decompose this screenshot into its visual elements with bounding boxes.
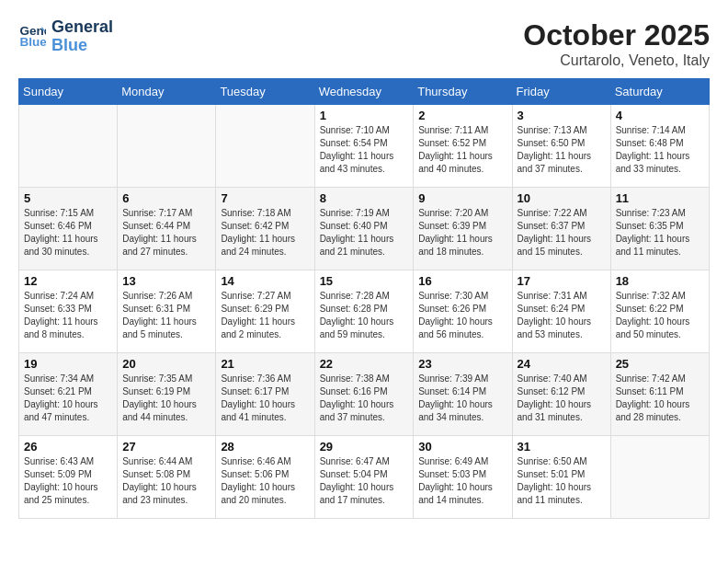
day-number: 29 [320, 440, 409, 454]
day-number: 20 [122, 357, 210, 371]
day-number: 11 [616, 191, 704, 205]
calendar-day-14: 14Sunrise: 7:27 AMSunset: 6:29 PMDayligh… [216, 270, 314, 353]
day-info: Sunrise: 7:28 AMSunset: 6:28 PMDaylight:… [320, 290, 409, 341]
calendar-day-24: 24Sunrise: 7:40 AMSunset: 6:12 PMDayligh… [512, 353, 610, 436]
calendar-day-25: 25Sunrise: 7:42 AMSunset: 6:11 PMDayligh… [610, 353, 709, 436]
day-info: Sunrise: 7:18 AMSunset: 6:42 PMDaylight:… [221, 207, 309, 259]
day-number: 14 [221, 274, 309, 288]
weekday-header-tuesday: Tuesday [216, 79, 314, 105]
weekday-header-thursday: Thursday [414, 79, 512, 105]
day-number: 25 [616, 357, 704, 371]
title-section: October 2025 Curtarolo, Veneto, Italy [523, 18, 710, 69]
calendar-day-12: 12Sunrise: 7:24 AMSunset: 6:33 PMDayligh… [19, 270, 118, 353]
calendar-day-7: 7Sunrise: 7:18 AMSunset: 6:42 PMDaylight… [216, 188, 314, 270]
day-number: 27 [122, 440, 210, 454]
calendar-week-row: 5Sunrise: 7:15 AMSunset: 6:46 PMDaylight… [19, 188, 710, 270]
weekday-header-row: SundayMondayTuesdayWednesdayThursdayFrid… [19, 79, 710, 105]
calendar-day-18: 18Sunrise: 7:32 AMSunset: 6:22 PMDayligh… [610, 270, 709, 353]
day-info: Sunrise: 7:13 AMSunset: 6:50 PMDaylight:… [518, 124, 606, 176]
day-number: 24 [518, 357, 606, 371]
day-number: 13 [122, 274, 210, 288]
calendar-day-21: 21Sunrise: 7:36 AMSunset: 6:17 PMDayligh… [216, 353, 314, 436]
day-number: 4 [616, 109, 704, 122]
day-number: 30 [418, 440, 506, 454]
calendar-day-3: 3Sunrise: 7:13 AMSunset: 6:50 PMDaylight… [512, 105, 610, 188]
calendar-day-27: 27Sunrise: 6:44 AMSunset: 5:08 PMDayligh… [118, 436, 216, 519]
logo: General Blue General Blue [18, 18, 113, 55]
day-info: Sunrise: 6:47 AMSunset: 5:04 PMDaylight:… [320, 455, 409, 507]
logo-icon: General Blue [18, 21, 46, 49]
day-number: 19 [24, 357, 112, 371]
logo-text-blue: Blue [51, 37, 113, 55]
empty-day-cell [216, 105, 314, 188]
calendar-day-17: 17Sunrise: 7:31 AMSunset: 6:24 PMDayligh… [512, 270, 610, 353]
calendar-day-16: 16Sunrise: 7:30 AMSunset: 6:26 PMDayligh… [414, 270, 512, 353]
weekday-header-sunday: Sunday [19, 79, 118, 105]
day-info: Sunrise: 7:36 AMSunset: 6:17 PMDaylight:… [221, 373, 309, 424]
day-info: Sunrise: 7:40 AMSunset: 6:12 PMDaylight:… [518, 373, 606, 424]
calendar-day-31: 31Sunrise: 6:50 AMSunset: 5:01 PMDayligh… [512, 436, 610, 519]
calendar-week-row: 1Sunrise: 7:10 AMSunset: 6:54 PMDaylight… [19, 105, 710, 188]
weekday-header-saturday: Saturday [610, 79, 709, 105]
day-number: 22 [320, 357, 409, 371]
calendar-day-2: 2Sunrise: 7:11 AMSunset: 6:52 PMDaylight… [414, 105, 512, 188]
day-info: Sunrise: 7:27 AMSunset: 6:29 PMDaylight:… [221, 290, 309, 341]
day-number: 16 [418, 274, 506, 288]
calendar-week-row: 26Sunrise: 6:43 AMSunset: 5:09 PMDayligh… [19, 436, 710, 519]
page-header: General Blue General Blue October 2025 C… [18, 18, 710, 69]
day-number: 8 [320, 191, 409, 205]
calendar-day-10: 10Sunrise: 7:22 AMSunset: 6:37 PMDayligh… [512, 188, 610, 270]
calendar-day-5: 5Sunrise: 7:15 AMSunset: 6:46 PMDaylight… [19, 188, 118, 270]
calendar-day-13: 13Sunrise: 7:26 AMSunset: 6:31 PMDayligh… [118, 270, 216, 353]
day-info: Sunrise: 7:20 AMSunset: 6:39 PMDaylight:… [418, 207, 506, 259]
day-number: 26 [24, 440, 112, 454]
day-number: 7 [221, 191, 309, 205]
day-number: 12 [24, 274, 112, 288]
calendar-day-4: 4Sunrise: 7:14 AMSunset: 6:48 PMDaylight… [610, 105, 709, 188]
day-info: Sunrise: 7:14 AMSunset: 6:48 PMDaylight:… [616, 124, 704, 176]
day-number: 3 [518, 109, 606, 122]
day-info: Sunrise: 6:50 AMSunset: 5:01 PMDaylight:… [518, 455, 606, 507]
day-number: 31 [518, 440, 606, 454]
calendar-day-15: 15Sunrise: 7:28 AMSunset: 6:28 PMDayligh… [314, 270, 414, 353]
day-info: Sunrise: 7:31 AMSunset: 6:24 PMDaylight:… [518, 290, 606, 341]
calendar-day-22: 22Sunrise: 7:38 AMSunset: 6:16 PMDayligh… [314, 353, 414, 436]
calendar-day-19: 19Sunrise: 7:34 AMSunset: 6:21 PMDayligh… [19, 353, 118, 436]
calendar-day-8: 8Sunrise: 7:19 AMSunset: 6:40 PMDaylight… [314, 188, 414, 270]
day-info: Sunrise: 7:42 AMSunset: 6:11 PMDaylight:… [616, 373, 704, 424]
calendar-day-20: 20Sunrise: 7:35 AMSunset: 6:19 PMDayligh… [118, 353, 216, 436]
empty-day-cell [118, 105, 216, 188]
day-info: Sunrise: 7:30 AMSunset: 6:26 PMDaylight:… [418, 290, 506, 341]
day-info: Sunrise: 7:15 AMSunset: 6:46 PMDaylight:… [24, 207, 112, 259]
logo-text-general: General [51, 18, 113, 37]
calendar-day-30: 30Sunrise: 6:49 AMSunset: 5:03 PMDayligh… [414, 436, 512, 519]
day-info: Sunrise: 7:23 AMSunset: 6:35 PMDaylight:… [616, 207, 704, 259]
day-info: Sunrise: 7:39 AMSunset: 6:14 PMDaylight:… [418, 373, 506, 424]
day-number: 9 [418, 191, 506, 205]
day-info: Sunrise: 7:38 AMSunset: 6:16 PMDaylight:… [320, 373, 409, 424]
calendar-day-6: 6Sunrise: 7:17 AMSunset: 6:44 PMDaylight… [118, 188, 216, 270]
day-number: 21 [221, 357, 309, 371]
calendar-day-11: 11Sunrise: 7:23 AMSunset: 6:35 PMDayligh… [610, 188, 709, 270]
day-number: 1 [320, 109, 409, 122]
day-info: Sunrise: 6:49 AMSunset: 5:03 PMDaylight:… [418, 455, 506, 507]
calendar-table: SundayMondayTuesdayWednesdayThursdayFrid… [18, 78, 710, 519]
day-info: Sunrise: 6:44 AMSunset: 5:08 PMDaylight:… [122, 455, 210, 507]
empty-day-cell [19, 105, 118, 188]
day-number: 15 [320, 274, 409, 288]
day-info: Sunrise: 7:26 AMSunset: 6:31 PMDaylight:… [122, 290, 210, 341]
day-info: Sunrise: 7:11 AMSunset: 6:52 PMDaylight:… [418, 124, 506, 176]
day-info: Sunrise: 7:19 AMSunset: 6:40 PMDaylight:… [320, 207, 409, 259]
subtitle: Curtarolo, Veneto, Italy [523, 52, 710, 69]
day-number: 18 [616, 274, 704, 288]
calendar-day-23: 23Sunrise: 7:39 AMSunset: 6:14 PMDayligh… [414, 353, 512, 436]
day-info: Sunrise: 6:46 AMSunset: 5:06 PMDaylight:… [221, 455, 309, 507]
calendar-day-9: 9Sunrise: 7:20 AMSunset: 6:39 PMDaylight… [414, 188, 512, 270]
day-number: 2 [418, 109, 506, 122]
weekday-header-monday: Monday [118, 79, 216, 105]
day-info: Sunrise: 7:34 AMSunset: 6:21 PMDaylight:… [24, 373, 112, 424]
calendar-week-row: 12Sunrise: 7:24 AMSunset: 6:33 PMDayligh… [19, 270, 710, 353]
day-number: 17 [518, 274, 606, 288]
day-number: 28 [221, 440, 309, 454]
weekday-header-wednesday: Wednesday [314, 79, 414, 105]
